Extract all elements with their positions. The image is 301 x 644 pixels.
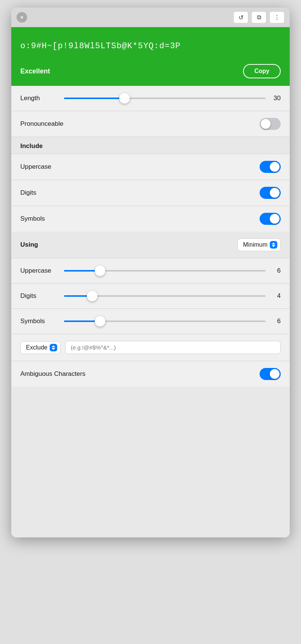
digits-knob (270, 188, 280, 198)
length-slider-container (64, 93, 266, 104)
symbols-row: Symbols (11, 206, 290, 232)
digits-min-track (64, 295, 266, 297)
digits-label: Digits (20, 189, 36, 197)
close-icon: × (20, 14, 23, 20)
length-slider-fill (64, 98, 125, 99)
using-label: Using (20, 241, 38, 249)
refresh-icon: ↺ (239, 14, 243, 21)
password-footer: Excellent Copy (20, 64, 281, 78)
digits-min-value: 4 (272, 292, 281, 300)
exclude-arrow-up-icon (52, 345, 55, 347)
uppercase-row: Uppercase (11, 154, 290, 180)
symbols-knob (270, 214, 280, 224)
uppercase-min-thumb[interactable] (95, 266, 105, 276)
uppercase-toggle[interactable] (260, 161, 281, 173)
using-row: Using Minimum (11, 232, 290, 258)
uppercase-min-slider-container (64, 265, 266, 276)
digits-min-row: Digits 4 (11, 284, 290, 309)
strength-label: Excellent (20, 67, 50, 75)
symbols-min-track (64, 320, 266, 322)
arrow-down-icon (272, 245, 275, 247)
password-area: o:9#H~[p!9l8Wl5LTSb@K*5YQ:d=3P Excellent… (11, 27, 290, 86)
pronounceable-label: Pronounceable (20, 120, 63, 128)
copy-toolbar-button[interactable]: ⧉ (251, 11, 266, 23)
using-value: Minimum (243, 241, 268, 248)
uppercase-label: Uppercase (20, 163, 51, 171)
uppercase-min-value: 6 (272, 267, 281, 275)
length-slider-thumb[interactable] (119, 93, 130, 104)
settings-area: Length 30 Pronounceable Include Uppercas… (11, 86, 290, 537)
exclude-input[interactable] (65, 341, 281, 354)
digits-min-label: Digits (20, 292, 58, 300)
more-icon: ⋮ (274, 14, 280, 21)
digits-min-thumb[interactable] (87, 291, 97, 301)
exclude-label: Exclude (26, 344, 47, 351)
symbols-min-value: 6 (272, 317, 281, 325)
using-arrows (270, 241, 277, 249)
digits-min-slider-container (64, 290, 266, 302)
exclude-arrows (50, 344, 57, 351)
digits-row: Digits (11, 180, 290, 206)
exclude-arrow-down-icon (52, 348, 55, 350)
uppercase-knob (270, 162, 280, 172)
exclude-select[interactable]: Exclude (20, 341, 61, 354)
symbols-min-label: Symbols (20, 317, 58, 325)
refresh-button[interactable]: ↺ (233, 11, 248, 23)
bottom-spacer (11, 387, 290, 537)
include-title: Include (20, 142, 43, 150)
copy-password-button[interactable]: Copy (243, 64, 281, 78)
title-bar-left: × (17, 12, 27, 23)
password-display: o:9#H~[p!9l8Wl5LTSb@K*5YQ:d=3P (20, 35, 281, 57)
symbols-min-slider-container (64, 316, 266, 327)
ambiguous-label: Ambiguous Characters (20, 370, 85, 378)
ambiguous-knob (270, 369, 280, 379)
uppercase-min-track (64, 270, 266, 272)
pronounceable-knob (261, 119, 271, 129)
ambiguous-toggle[interactable] (260, 368, 281, 380)
arrow-up-icon (272, 243, 275, 244)
title-bar: × ↺ ⧉ ⋮ (11, 8, 290, 27)
copy-toolbar-icon: ⧉ (257, 14, 261, 21)
symbols-min-row: Symbols 6 (11, 309, 290, 334)
digits-toggle[interactable] (260, 187, 281, 199)
using-select[interactable]: Minimum (237, 238, 281, 251)
exclude-row: Exclude (11, 334, 290, 361)
symbols-min-thumb[interactable] (95, 316, 105, 327)
uppercase-min-label: Uppercase (20, 267, 58, 275)
symbols-toggle[interactable] (260, 213, 281, 225)
length-slider-track (64, 98, 266, 99)
ambiguous-row: Ambiguous Characters (11, 361, 290, 387)
more-button[interactable]: ⋮ (269, 11, 284, 23)
include-section-header: Include (11, 137, 290, 154)
length-value: 30 (272, 95, 281, 102)
uppercase-min-row: Uppercase 6 (11, 258, 290, 284)
symbols-label: Symbols (20, 215, 45, 223)
title-bar-right: ↺ ⧉ ⋮ (233, 11, 284, 23)
length-label: Length (20, 95, 58, 102)
close-button[interactable]: × (17, 12, 27, 23)
pronounceable-row: Pronounceable (11, 111, 290, 137)
length-row: Length 30 (11, 86, 290, 111)
app-window: × ↺ ⧉ ⋮ o:9#H~[p!9l8Wl5LTSb@K*5YQ:d=3P E… (11, 8, 290, 537)
pronounceable-toggle[interactable] (260, 118, 281, 130)
